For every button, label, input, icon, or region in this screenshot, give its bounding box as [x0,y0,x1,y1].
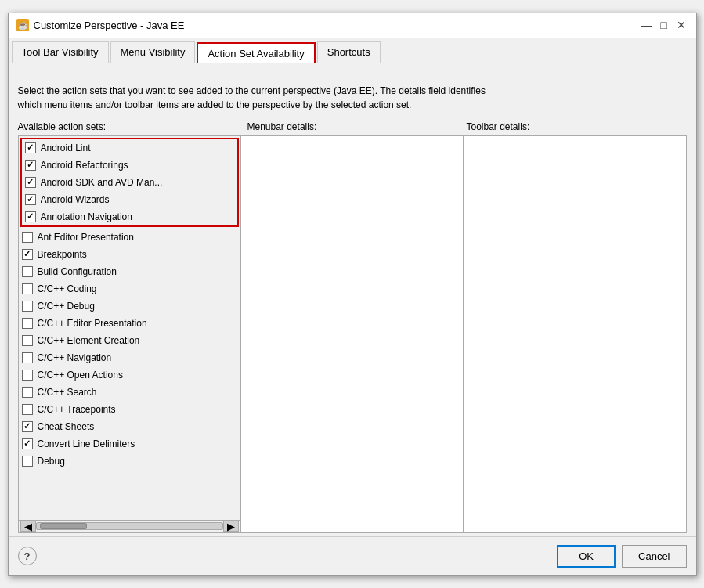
label-cpp-coding: C/C++ Coding [38,283,97,294]
checkbox-annotation-navigation[interactable] [25,211,36,222]
label-cpp-navigation: C/C++ Navigation [38,352,112,363]
ok-button[interactable]: OK [557,545,616,568]
help-button[interactable]: ? [18,547,37,565]
label-android-wizards: Android Wizards [41,194,110,205]
horizontal-scrollbar[interactable]: ◀ ▶ [19,520,240,532]
checkbox-breakpoints[interactable] [22,249,33,260]
list-item-cpp-element[interactable]: C/C++ Element Creation [19,332,240,349]
dialog-title: Customize Perspective - Java EE [34,20,185,31]
scrollbar-track[interactable] [36,522,223,530]
label-android-refactorings: Android Refactorings [41,160,128,171]
checkbox-cpp-debug[interactable] [22,301,33,312]
checkbox-ant-editor[interactable] [22,232,33,243]
checkbox-android-refactorings[interactable] [25,160,36,171]
checkbox-debug[interactable] [22,456,33,467]
checkbox-cpp-search[interactable] [22,387,33,398]
label-android-lint: Android Lint [41,142,91,153]
list-item-android-refactorings[interactable]: Android Refactorings [22,157,237,174]
title-bar-left: ☕ Customize Perspective - Java EE [16,19,185,31]
content-area: Available action sets: Menubar details: … [9,118,696,536]
checkbox-convert-line[interactable] [22,438,33,449]
tab-action-set-availability[interactable]: Action Set Availability [197,42,315,63]
list-item-debug[interactable]: Debug [19,453,240,470]
close-button[interactable]: ✕ [674,18,688,32]
tab-toolbar-visibility[interactable]: Tool Bar Visibility [12,41,109,63]
label-cpp-open: C/C++ Open Actions [38,370,123,381]
tabs-bar: Tool Bar Visibility Menu Visibility Acti… [9,38,696,63]
title-bar: ☕ Customize Perspective - Java EE — □ ✕ [9,13,696,38]
label-convert-line: Convert Line Delimiters [38,438,135,449]
list-item-cpp-navigation[interactable]: C/C++ Navigation [19,349,240,366]
label-debug: Debug [38,456,65,467]
menubar-column-header: Menubar details: [241,121,460,132]
checkbox-cpp-navigation[interactable] [22,352,33,363]
bottom-bar: ? OK Cancel [9,536,696,575]
minimize-button[interactable]: — [640,18,654,32]
label-cpp-editor: C/C++ Editor Presentation [38,318,147,329]
label-breakpoints: Breakpoints [38,249,87,260]
title-controls: — □ ✕ [640,18,688,32]
dialog-icon: ☕ [16,19,29,31]
list-item-convert-line[interactable]: Convert Line Delimiters [19,435,240,453]
list-item-annotation-navigation[interactable]: Annotation Navigation [22,208,237,225]
checkbox-cpp-coding[interactable] [22,283,33,294]
scrollbar-thumb[interactable] [40,523,87,529]
action-sets-column-header: Available action sets: [18,121,241,132]
list-item-android-lint[interactable]: Android Lint [22,139,237,157]
checkbox-android-lint[interactable] [25,142,36,153]
label-cheat-sheets: Cheat Sheets [38,421,95,432]
list-item-cpp-open[interactable]: C/C++ Open Actions [19,366,240,384]
label-annotation-navigation: Annotation Navigation [41,211,132,222]
checkbox-cpp-editor[interactable] [22,318,33,329]
list-item-breakpoints[interactable]: Breakpoints [19,246,240,263]
list-item-cpp-tracepoints[interactable]: C/C++ Tracepoints [19,401,240,418]
list-item-android-sdk[interactable]: Android SDK and AVD Man... [22,174,237,191]
columns-body: Android Lint Android Refactorings Androi… [18,135,687,533]
tab-menu-visibility[interactable]: Menu Visibility [110,41,196,63]
action-sets-list[interactable]: Android Lint Android Refactorings Androi… [19,136,240,520]
label-cpp-search: C/C++ Search [38,387,97,398]
list-item-cpp-debug[interactable]: C/C++ Debug [19,298,240,315]
columns-header: Available action sets: Menubar details: … [18,121,687,132]
list-item-cpp-search[interactable]: C/C++ Search [19,384,240,401]
list-item-android-wizards[interactable]: Android Wizards [22,191,237,208]
checkbox-build-config[interactable] [22,266,33,277]
label-cpp-element: C/C++ Element Creation [38,335,140,346]
label-ant-editor: Ant Editor Presentation [38,232,134,243]
label-cpp-tracepoints: C/C++ Tracepoints [38,404,116,415]
checkbox-android-sdk[interactable] [25,177,36,188]
list-item-ant-editor[interactable]: Ant Editor Presentation [19,229,240,246]
checkbox-cpp-open[interactable] [22,370,33,381]
menubar-details-column [241,136,464,532]
cancel-button[interactable]: Cancel [622,545,686,568]
customize-perspective-dialog: ☕ Customize Perspective - Java EE — □ ✕ … [8,13,697,576]
list-item-cpp-coding[interactable]: C/C++ Coding [19,280,240,298]
tab-shortcuts[interactable]: Shortcuts [317,41,381,63]
label-cpp-debug: C/C++ Debug [38,301,95,312]
checkbox-android-wizards[interactable] [25,194,36,205]
label-build-config: Build Configuration [38,266,117,277]
red-outline-group: Android Lint Android Refactorings Androi… [20,138,239,227]
restore-button[interactable]: □ [657,18,671,32]
checkbox-cheat-sheets[interactable] [22,421,33,432]
action-sets-column: Android Lint Android Refactorings Androi… [19,136,241,532]
description-content: Select the action sets that you want to … [18,85,486,110]
list-item-cpp-editor[interactable]: C/C++ Editor Presentation [19,315,240,332]
checkbox-cpp-tracepoints[interactable] [22,404,33,415]
list-item-build-config[interactable]: Build Configuration [19,263,240,280]
toolbar-column-header: Toolbar details: [460,121,687,132]
description-text: Select the action sets that you want to … [9,63,696,118]
toolbar-details-column [464,136,686,532]
list-item-cheat-sheets[interactable]: Cheat Sheets [19,418,240,435]
bottom-buttons: OK Cancel [557,545,686,568]
label-android-sdk: Android SDK and AVD Man... [41,177,163,188]
checkbox-cpp-element[interactable] [22,335,33,346]
